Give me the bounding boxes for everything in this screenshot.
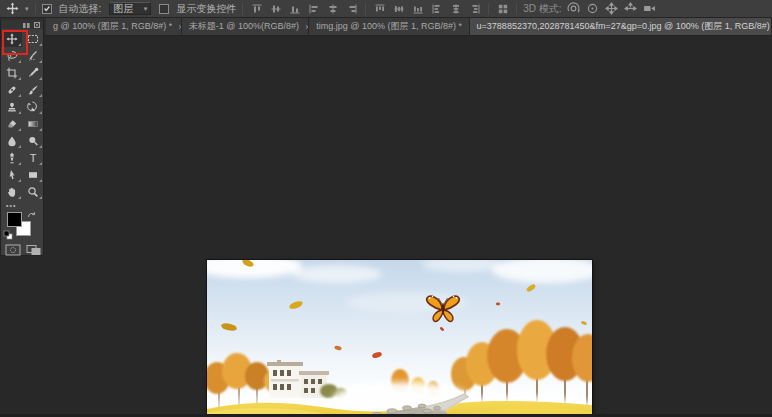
distribute-horizontal-centers-icon[interactable] [448,1,463,16]
tab-label: g @ 100% (图层 1, RGB/8#) * [53,20,172,33]
distribute-vertical-centers-icon[interactable] [391,1,406,16]
align-horizontal-centers-icon[interactable] [325,1,340,16]
mode-3d-group: 3D 模式: [523,1,656,16]
zoom-tool[interactable] [22,183,43,200]
distribute-group [372,1,482,16]
distribute-top-edges-icon[interactable] [372,1,387,16]
align-top-edges-icon[interactable] [249,1,264,16]
rectangle-shape-tool[interactable] [22,166,43,183]
document-tab-4-active[interactable]: u=3788852370,2028781450&fm=27&gp=0.jpg @… [470,18,772,35]
default-colors-icon[interactable] [3,230,13,240]
screen-mode-icon[interactable] [26,244,42,256]
eraser-tool[interactable] [1,115,22,132]
edit-toolbar-dots[interactable]: ••• [1,200,43,210]
quick-mask-icon[interactable] [5,244,21,256]
crop-tool[interactable] [1,64,22,81]
path-selection-tool[interactable] [1,166,22,183]
auto-select-target-dropdown[interactable]: 图层 ▾ [109,2,151,15]
options-bar: ▾ 自动选择: 图层 ▾ 显示变换控件 [0,0,772,18]
document-image[interactable] [207,260,592,417]
panel-close-icon[interactable] [34,22,40,28]
3d-rotate-icon[interactable] [566,1,581,16]
document-tab-1[interactable]: g @ 100% (图层 1, RGB/8#) * × [46,18,182,35]
history-brush-tool[interactable] [22,98,43,115]
blur-tool[interactable] [1,132,22,149]
tools-panel-header [1,20,43,29]
3d-roll-icon[interactable] [585,1,600,16]
align-left-edges-icon[interactable] [306,1,321,16]
swap-colors-icon[interactable] [27,211,37,220]
horizontal-type-tool[interactable]: T [22,149,43,166]
align-right-edges-icon[interactable] [344,1,359,16]
align-group [249,1,359,16]
divider [488,3,489,15]
3d-pan-icon[interactable] [604,1,619,16]
align-bottom-edges-icon[interactable] [287,1,302,16]
gradient-tool[interactable] [22,115,43,132]
divider [242,3,243,15]
document-tab-3[interactable]: timg.jpg @ 100% (图层 1, RGB/8#) * × [309,18,469,35]
align-vertical-centers-icon[interactable] [268,1,283,16]
dropdown-value: 图层 [113,2,133,16]
brush-tool[interactable] [22,81,43,98]
tab-label: u=3788852370,2028781450&fm=27&gp=0.jpg @… [477,20,772,33]
distribute-bottom-edges-icon[interactable] [410,1,425,16]
clone-stamp-tool[interactable] [1,98,22,115]
move-tool-icon [5,1,20,16]
distribute-left-edges-icon[interactable] [429,1,444,16]
foreground-color-swatch[interactable] [7,212,22,227]
eyedropper-tool[interactable] [22,64,43,81]
canvas-area[interactable] [0,36,772,417]
3d-zoom-icon[interactable] [642,1,657,16]
type-tool-glyph: T [29,152,36,164]
document-tab-2[interactable]: 未标题-1 @ 100%(RGB/8#) × [182,18,309,35]
auto-select-label: 自动选择: [59,2,102,16]
auto-select-checkbox[interactable] [42,4,52,14]
tab-label: 未标题-1 @ 100%(RGB/8#) [189,20,299,33]
distribute-right-edges-icon[interactable] [467,1,482,16]
panel-bottom-buttons [1,241,43,256]
dodge-tool[interactable] [22,132,43,149]
photoshop-window: ▾ 自动选择: 图层 ▾ 显示变换控件 [0,0,772,417]
divider [365,3,366,15]
tab-label: timg.jpg @ 100% (图层 1, RGB/8#) * [316,20,462,33]
divider [35,3,36,15]
show-transform-label: 显示变换控件 [176,2,236,16]
3d-slide-icon[interactable] [623,1,638,16]
chevron-down-icon: ▾ [144,5,148,13]
show-transform-checkbox[interactable] [159,4,169,14]
divider [516,3,517,15]
auto-align-layers-icon[interactable] [495,1,510,16]
color-swatches [1,211,43,241]
tools-panel: T ••• [0,20,44,256]
document-tab-bar: g @ 100% (图层 1, RGB/8#) * × 未标题-1 @ 100%… [0,18,772,36]
tool-preset[interactable]: ▾ [5,1,29,16]
collapse-panel-icon[interactable] [23,23,30,28]
hand-tool[interactable] [1,183,22,200]
pen-tool[interactable] [1,149,22,166]
chevron-down-icon: ▾ [25,5,29,13]
mode-3d-label: 3D 模式: [523,2,561,16]
tool-highlight-annotation [2,30,28,55]
spot-healing-brush-tool[interactable] [1,81,22,98]
